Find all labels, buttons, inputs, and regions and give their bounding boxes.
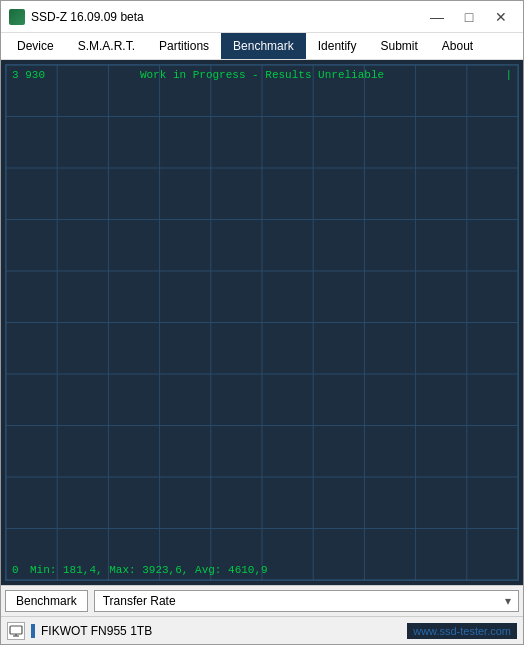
status-website: www.ssd-tester.com <box>407 623 517 639</box>
menu-smart[interactable]: S.M.A.R.T. <box>66 33 147 59</box>
menu-device[interactable]: Device <box>5 33 66 59</box>
minimize-button[interactable]: — <box>423 7 451 27</box>
status-drive-name: FIKWOT FN955 1TB <box>41 624 401 638</box>
metric-select-wrapper: Transfer Rate IOPS Access Time <box>94 590 519 612</box>
menu-bar: Device S.M.A.R.T. Partitions Benchmark I… <box>1 33 523 60</box>
menu-benchmark[interactable]: Benchmark <box>221 33 306 59</box>
status-pc-icon <box>7 622 25 640</box>
status-bar: FIKWOT FN955 1TB www.ssd-tester.com <box>1 616 523 644</box>
chart-area: 3 930 Work in Progress - Results Unrelia… <box>5 64 519 581</box>
chart-wip-label: Work in Progress - Results Unreliable <box>6 69 518 81</box>
metric-select[interactable]: Transfer Rate IOPS Access Time <box>94 590 519 612</box>
title-bar: SSD-Z 16.09.09 beta — □ ✕ <box>1 1 523 33</box>
status-drive-indicator <box>31 624 35 638</box>
chart-stats-label: Min: 181,4, Max: 3923,6, Avg: 4610,9 <box>30 564 268 576</box>
menu-partitions[interactable]: Partitions <box>147 33 221 59</box>
maximize-button[interactable]: □ <box>455 7 483 27</box>
chart-y-min-label: 0 <box>12 564 19 576</box>
benchmark-button[interactable]: Benchmark <box>5 590 88 612</box>
window-title: SSD-Z 16.09.09 beta <box>31 10 423 24</box>
chart-toolbar: Benchmark Transfer Rate IOPS Access Time <box>1 585 523 616</box>
close-button[interactable]: ✕ <box>487 7 515 27</box>
menu-identify[interactable]: Identify <box>306 33 369 59</box>
chart-grid <box>6 65 518 580</box>
main-window: SSD-Z 16.09.09 beta — □ ✕ Device S.M.A.R… <box>0 0 524 645</box>
menu-about[interactable]: About <box>430 33 485 59</box>
chart-top-right-marker: | <box>505 69 512 81</box>
main-content: 3 930 Work in Progress - Results Unrelia… <box>1 60 523 616</box>
app-icon <box>9 9 25 25</box>
svg-rect-19 <box>10 626 22 634</box>
menu-submit[interactable]: Submit <box>368 33 429 59</box>
window-controls: — □ ✕ <box>423 7 515 27</box>
